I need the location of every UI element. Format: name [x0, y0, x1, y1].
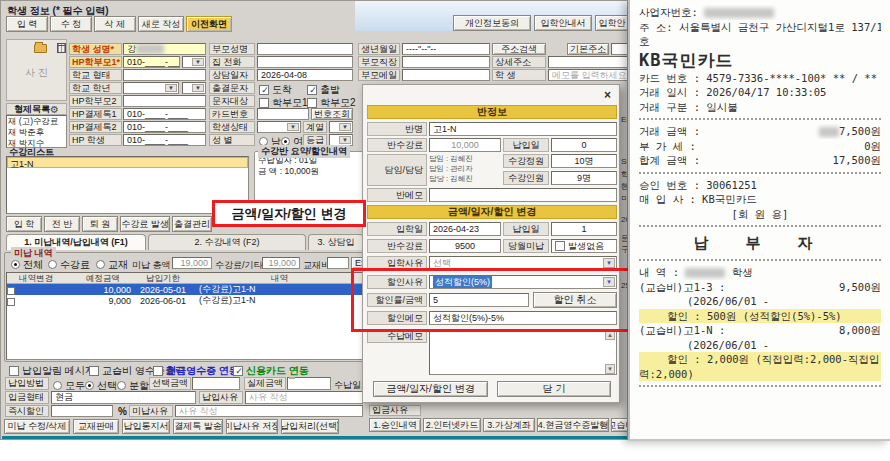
class-name-label: 반명 — [367, 122, 427, 136]
consult-date-combo[interactable]: 2026-04-08 — [257, 69, 353, 81]
receipt-separator — [639, 385, 881, 387]
chevron-down-icon[interactable] — [287, 123, 299, 131]
filter-fee-radio[interactable]: 수강료 — [48, 258, 90, 272]
transfer-class-button[interactable]: 전 반 — [44, 216, 80, 232]
pay-reason-field[interactable]: 사유 작성 — [245, 391, 363, 404]
chevron-down-icon[interactable] — [603, 258, 615, 268]
school-type-combo[interactable] — [123, 69, 206, 81]
student-memo-field[interactable]: 메모를 입력하세요. — [548, 69, 628, 81]
base-address-button[interactable]: 기본주소 — [567, 43, 609, 55]
selected-amount-field[interactable] — [192, 377, 240, 390]
track-combo[interactable] — [329, 121, 353, 133]
previous-screen-button[interactable]: 이전화면 — [186, 16, 232, 32]
chevron-down-icon[interactable] — [192, 84, 204, 92]
attendance-button[interactable]: 출결관리 — [172, 216, 212, 232]
admit-button[interactable]: 입 학 — [6, 216, 42, 232]
tab-internet-card[interactable]: 2.인터넷카드 — [423, 418, 481, 432]
school-grade-combo2[interactable] — [182, 82, 206, 94]
unpaid-edit-delete-button[interactable]: 미납 수정/삭제 — [4, 419, 70, 434]
chevron-down-icon[interactable] — [192, 58, 204, 66]
sibling-list[interactable]: 재 (고)수강료 재 박준후 재 박지수 — [6, 115, 67, 148]
scroll-down-icon[interactable]: ▼ — [605, 364, 615, 374]
book-sale-button[interactable]: 교재판매 — [73, 419, 119, 434]
parent-mail-field[interactable] — [402, 69, 490, 81]
home-phone-field[interactable] — [257, 56, 353, 68]
admission-guide-button[interactable]: 입학안내서 — [534, 15, 592, 31]
hp-parent2-combo[interactable] — [123, 95, 206, 107]
receive-memo-area[interactable] — [429, 329, 617, 375]
unpaid-row[interactable]: 9,000 2026-06-01 (수강료)고1-N — [7, 295, 364, 306]
deposit-type-combo[interactable]: 현금 — [51, 391, 196, 404]
new-button[interactable]: 새로 작성 — [138, 16, 184, 32]
class-fee-field: 10,000 — [429, 138, 501, 152]
apply-change-button[interactable]: 금액/일자/할인 변경 — [373, 381, 488, 397]
delete-button[interactable]: 삭 제 — [94, 16, 136, 32]
sibling-item[interactable]: 재 박준후 — [8, 127, 65, 138]
card-lookup-button[interactable]: 번호조회 — [311, 108, 353, 120]
no-charge-checkbox[interactable]: 발생없음 — [551, 239, 617, 253]
hp-pay2-field[interactable]: 010-____-____ — [123, 121, 206, 133]
tab-consult[interactable]: 3. 상담입 — [308, 234, 364, 250]
pay-alert-checkbox[interactable]: 납입알림 메시지 — [9, 364, 95, 378]
credit-card-link-checkbox[interactable]: 신용카드 연동 — [233, 364, 309, 378]
course-item-selected[interactable]: 고1-N — [7, 157, 248, 168]
chevron-down-icon[interactable] — [339, 123, 351, 131]
base-address-field[interactable] — [611, 43, 628, 55]
teachers-value: 담임 : 김혜진 담임 : 관리자 담당 : 김혜진 — [429, 154, 501, 186]
input-button[interactable]: 입 력 — [6, 16, 48, 32]
class-fee2-field[interactable]: 9500 — [429, 239, 501, 253]
class-name-field[interactable]: 고1-N — [429, 122, 617, 136]
create-fee-button[interactable]: 수강료 발생 — [120, 216, 170, 232]
gear-icon[interactable] — [50, 104, 59, 115]
checkbox-checked-icon — [233, 366, 243, 376]
admission-button-clipped[interactable]: 입학안 — [595, 15, 628, 31]
redacted-blur — [819, 127, 839, 137]
school-grade-combo1[interactable] — [123, 82, 179, 94]
hp-parent1-type-combo[interactable] — [182, 56, 206, 68]
filter-book-radio[interactable]: 교재 — [96, 258, 128, 272]
unpaid-table[interactable]: 내역변경 예정금액 납입기한 내역 10,000 2026-05-01 (수강료… — [6, 272, 365, 360]
close-icon[interactable]: × — [600, 88, 615, 102]
unpaid-reason-save-button[interactable]: 미납사유 저장 — [226, 419, 278, 434]
enter-date-combo[interactable]: 2026-04-23 — [429, 222, 501, 236]
redacted-blur — [685, 268, 725, 278]
hp-parent1-field[interactable]: 010-____-____ — [123, 56, 180, 68]
unpaid-reason-field[interactable]: 사유 작성 — [175, 405, 363, 417]
tab-tuition-receipt[interactable]: 5.교습비영수 — [611, 418, 628, 432]
hp-student-field[interactable]: 010-____-____ — [123, 134, 206, 146]
pay-process-button[interactable]: 납입처리(선택) — [281, 419, 339, 434]
sibling-item[interactable]: 재 (고)수강료 — [8, 116, 65, 127]
hp-pay1-field[interactable]: 010-____-____ — [123, 108, 206, 120]
dialog-close-button[interactable]: 닫 기 — [497, 381, 611, 397]
item-price: 9,500원 — [839, 280, 881, 295]
trash-icon[interactable] — [53, 42, 66, 53]
withdraw-button[interactable]: 퇴 원 — [82, 216, 118, 232]
address-search-button[interactable]: 주소검색 — [492, 43, 546, 55]
edit-button[interactable]: 수 정 — [50, 16, 92, 32]
privacy-consent-button[interactable]: 개인정보동의 — [453, 15, 531, 31]
tab-course-history[interactable]: 2. 수강내역 (F2) — [148, 234, 306, 250]
arrive-checkbox[interactable]: 도착 — [259, 83, 292, 97]
parent-job-label: 부모직장 — [358, 56, 400, 68]
cash-receipt-link-checkbox[interactable]: 현금영수증 연동 — [153, 364, 239, 378]
tab-approval-history[interactable]: 1.승인내역 — [369, 418, 421, 432]
paytalk-send-button[interactable]: 결제톡 발송 — [173, 419, 223, 434]
depart-checkbox[interactable]: 출발 — [307, 83, 340, 97]
folder-icon[interactable] — [34, 42, 47, 53]
card-no-field[interactable] — [257, 108, 309, 120]
birth-field[interactable]: ----"--"-- — [402, 43, 490, 55]
pay-day2-field[interactable]: 1 — [551, 222, 617, 236]
class-memo-field[interactable] — [429, 188, 617, 202]
tab-cash-receipt[interactable]: 4.현금영수증발행 — [537, 418, 609, 432]
parent-job-field[interactable] — [402, 56, 490, 68]
detail-address-field[interactable] — [548, 56, 628, 68]
filter-all-radio[interactable]: 전체 — [11, 258, 43, 272]
chevron-down-icon[interactable] — [339, 136, 351, 144]
tab-virtual-account[interactable]: 3.가상계좌 — [483, 418, 535, 432]
parent-name-field[interactable] — [257, 43, 353, 55]
instant-discount-field[interactable] — [51, 405, 113, 417]
chevron-down-icon[interactable] — [165, 84, 177, 92]
student-name-field[interactable]: 강 — [123, 43, 206, 55]
student-state-combo[interactable] — [257, 121, 301, 133]
pay-notice-button[interactable]: 납입통지서 — [122, 419, 170, 434]
